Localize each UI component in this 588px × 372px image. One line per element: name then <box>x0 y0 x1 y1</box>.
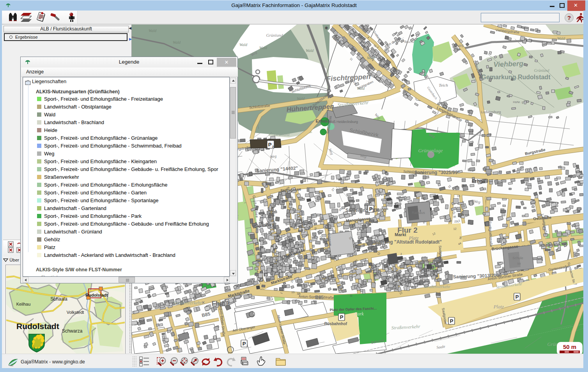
svg-text:Schwarza: Schwarza <box>62 328 83 334</box>
svg-text:P: P <box>268 142 272 148</box>
svg-text:Sanierung "3025/99": Sanierung "3025/99" <box>414 170 460 175</box>
svg-text:Grünland: Grünland <box>266 33 283 37</box>
svg-text:2: 2 <box>412 285 414 288</box>
svg-text:P: P <box>450 318 453 324</box>
svg-text:ErhgIFI: ErhgIFI <box>472 178 488 184</box>
svg-text:Markt: Markt <box>395 232 406 237</box>
svg-text:Platz: Platz <box>493 304 504 310</box>
svg-text:Straßenverkehr: Straßenverkehr <box>424 284 451 289</box>
svg-text:✸: ✸ <box>324 25 328 31</box>
svg-text:24: 24 <box>366 200 369 203</box>
svg-text:Gemarkung Rudolstadt: Gemarkung Rudolstadt <box>482 74 551 80</box>
svg-text:Grünanlage: Grünanlage <box>418 148 443 153</box>
svg-text:4: 4 <box>420 209 421 212</box>
svg-text:13: 13 <box>291 290 295 294</box>
svg-text:16: 16 <box>457 194 460 197</box>
svg-text:Schaala: Schaala <box>50 296 67 302</box>
svg-text:P: P <box>515 294 519 300</box>
svg-text:Volkstedt: Volkstedt <box>67 310 84 315</box>
svg-text:59: 59 <box>517 262 521 265</box>
svg-text:11: 11 <box>349 294 352 297</box>
svg-text:Wald: Wald <box>173 40 181 44</box>
svg-text:HsNr. g?: HsNr. g? <box>513 100 525 104</box>
svg-text:Weg: Weg <box>269 154 276 159</box>
svg-text:P: P <box>243 341 246 347</box>
svg-text:Grünland: Grünland <box>534 68 550 73</box>
svg-text:Wald: Wald <box>239 43 248 47</box>
svg-text:Wald: Wald <box>149 28 157 33</box>
svg-text:Rathaus: Rathaus <box>412 211 425 215</box>
svg-text:Wald: Wald <box>259 46 267 50</box>
svg-text:schloß Heidecksburg: schloß Heidecksburg <box>325 120 358 124</box>
svg-text:12: 12 <box>319 217 322 220</box>
svg-text:P: P <box>340 314 344 320</box>
svg-text:Teich: Teich <box>439 83 448 87</box>
svg-text:37: 37 <box>297 292 300 295</box>
svg-text:Weg: Weg <box>473 199 480 204</box>
svg-text:Grünland: Grünland <box>275 132 290 137</box>
svg-text:Schule: Schule <box>512 256 523 260</box>
svg-text:Viehberg: Viehberg <box>493 60 523 69</box>
svg-text:12: 12 <box>453 227 457 230</box>
svg-text:24: 24 <box>295 263 298 266</box>
svg-text:Wald: Wald <box>557 36 565 41</box>
svg-text:Wald: Wald <box>306 48 314 53</box>
svg-text:Rudolstadt: Rudolstadt <box>85 293 108 297</box>
svg-text:23: 23 <box>461 183 464 187</box>
svg-text:Ludwigsburg: Ludwigsburg <box>481 110 501 114</box>
svg-text:Keilhau: Keilhau <box>16 302 31 306</box>
svg-text:Wald: Wald <box>297 96 305 101</box>
svg-text:Straßenverkehr: Straßenverkehr <box>173 300 202 306</box>
svg-text:Park: Park <box>354 311 364 317</box>
svg-text:Flur 1: Flur 1 <box>212 300 230 307</box>
svg-text:Brache: Brache <box>404 40 414 44</box>
svg-text:B85: B85 <box>315 295 324 300</box>
svg-text:36: 36 <box>453 215 456 218</box>
svg-text:50 m: 50 m <box>563 344 576 350</box>
svg-text:2: 2 <box>272 145 274 148</box>
svg-text:Rudolstadt: Rudolstadt <box>16 322 59 331</box>
svg-text:Sanierung "130/00": Sanierung "130/00" <box>345 208 388 213</box>
svg-text:Busbahnhof: Busbahnhof <box>324 322 347 326</box>
